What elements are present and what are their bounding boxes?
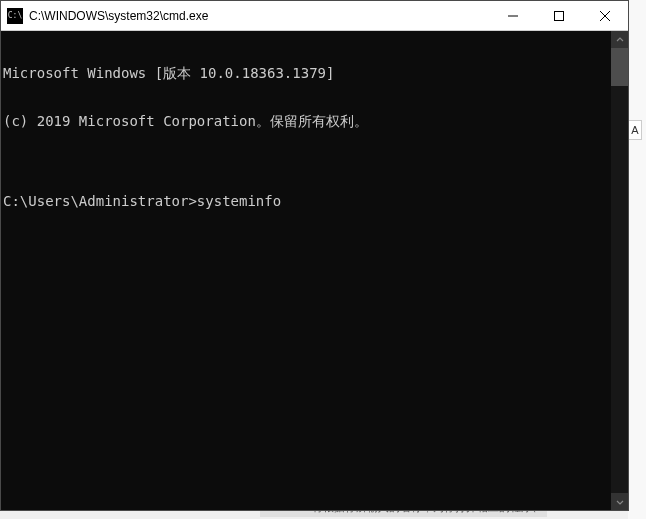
close-button[interactable] — [582, 1, 628, 30]
vertical-scrollbar[interactable] — [611, 31, 628, 510]
chevron-up-icon — [616, 36, 624, 44]
titlebar[interactable]: C:\ C:\WINDOWS\system32\cmd.exe — [1, 1, 628, 31]
close-icon — [600, 11, 610, 21]
maximize-icon — [554, 11, 564, 21]
console-line-copyright: (c) 2019 Microsoft Corporation。保留所有权利。 — [3, 113, 611, 129]
window-title: C:\WINDOWS\system32\cmd.exe — [29, 9, 490, 23]
scrollbar-down-button[interactable] — [611, 493, 628, 510]
cmd-window: C:\ C:\WINDOWS\system32\cmd.exe Microsof… — [0, 0, 629, 511]
chevron-down-icon — [616, 498, 624, 506]
scrollbar-up-button[interactable] — [611, 31, 628, 48]
window-controls — [490, 1, 628, 30]
console-line-version: Microsoft Windows [版本 10.0.18363.1379] — [3, 65, 611, 81]
console-content[interactable]: Microsoft Windows [版本 10.0.18363.1379] (… — [1, 31, 611, 510]
minimize-icon — [508, 11, 518, 21]
minimize-button[interactable] — [490, 1, 536, 30]
console-prompt-line: C:\Users\Administrator>systeminfo — [3, 193, 611, 209]
background-panel — [628, 0, 646, 519]
background-tab-letter: A — [628, 120, 642, 140]
console-area[interactable]: Microsoft Windows [版本 10.0.18363.1379] (… — [1, 31, 628, 510]
cmd-icon: C:\ — [7, 8, 23, 24]
maximize-button[interactable] — [536, 1, 582, 30]
svg-rect-1 — [555, 11, 564, 20]
scrollbar-thumb[interactable] — [611, 48, 628, 86]
